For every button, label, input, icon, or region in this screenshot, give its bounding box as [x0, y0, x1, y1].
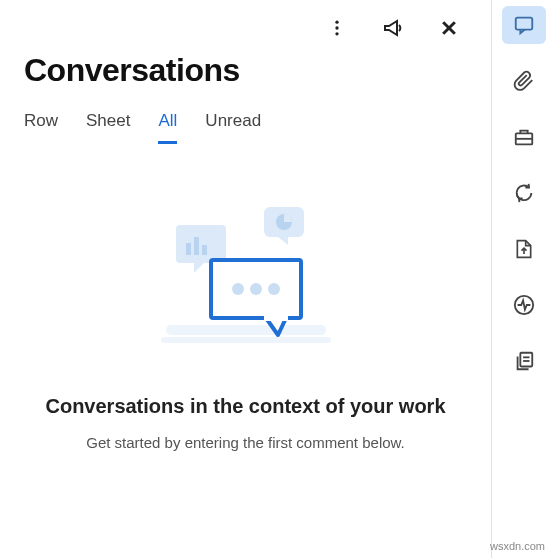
sidebar-item-copy[interactable] — [502, 342, 546, 380]
svg-point-1 — [335, 26, 338, 29]
export-icon — [514, 238, 534, 260]
announcements-button[interactable] — [375, 10, 411, 46]
svg-rect-25 — [520, 353, 532, 367]
copy-icon — [513, 350, 535, 372]
tab-sheet[interactable]: Sheet — [86, 111, 130, 144]
empty-conversations-illustration — [146, 195, 346, 375]
tabs-container: Row Sheet All Unread — [24, 111, 467, 145]
more-vertical-icon — [327, 18, 347, 38]
main-panel: Conversations Row Sheet All Unread — [0, 0, 491, 558]
tab-all[interactable]: All — [158, 111, 177, 144]
briefcase-icon — [513, 126, 535, 148]
sidebar-item-conversations[interactable] — [502, 6, 546, 44]
sidebar-item-activity[interactable] — [502, 286, 546, 324]
svg-rect-11 — [202, 245, 207, 255]
svg-rect-9 — [186, 243, 191, 255]
more-menu-button[interactable] — [319, 10, 355, 46]
empty-state-title: Conversations in the context of your wor… — [45, 395, 445, 418]
watermark: wsxdn.com — [490, 540, 545, 552]
refresh-icon — [513, 182, 535, 204]
svg-rect-7 — [176, 225, 226, 263]
close-icon — [439, 18, 459, 38]
tab-unread[interactable]: Unread — [205, 111, 261, 144]
svg-rect-21 — [515, 18, 532, 30]
svg-rect-17 — [264, 313, 288, 321]
tab-row[interactable]: Row — [24, 111, 58, 144]
sidebar-item-refresh[interactable] — [502, 174, 546, 212]
sidebar-item-export[interactable] — [502, 230, 546, 268]
svg-rect-10 — [194, 237, 199, 255]
right-sidebar — [491, 0, 555, 558]
sidebar-item-briefcase[interactable] — [502, 118, 546, 156]
close-button[interactable] — [431, 10, 467, 46]
page-title: Conversations — [24, 52, 467, 89]
svg-rect-5 — [166, 325, 326, 335]
activity-icon — [513, 294, 535, 316]
svg-rect-6 — [161, 337, 331, 343]
conversations-icon — [513, 14, 535, 36]
sidebar-item-attachments[interactable] — [502, 62, 546, 100]
svg-marker-8 — [194, 263, 204, 273]
header-actions — [24, 8, 467, 48]
svg-marker-13 — [278, 237, 288, 245]
svg-point-2 — [335, 32, 338, 35]
empty-state-subtitle: Get started by entering the first commen… — [86, 434, 405, 451]
attachments-icon — [513, 70, 535, 92]
megaphone-icon — [381, 16, 405, 40]
svg-point-18 — [232, 283, 244, 295]
svg-point-20 — [268, 283, 280, 295]
svg-point-0 — [335, 21, 338, 24]
empty-state: Conversations in the context of your wor… — [24, 185, 467, 534]
svg-point-19 — [250, 283, 262, 295]
